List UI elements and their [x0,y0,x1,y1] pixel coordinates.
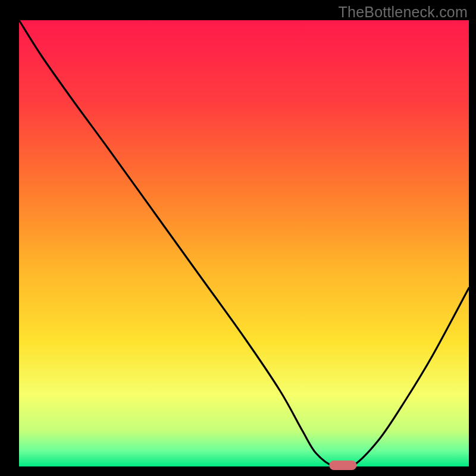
optimal-marker [329,461,356,470]
bottleneck-chart [0,0,476,476]
chart-frame: TheBottleneck.com [0,0,476,476]
plot-background [19,20,469,466]
